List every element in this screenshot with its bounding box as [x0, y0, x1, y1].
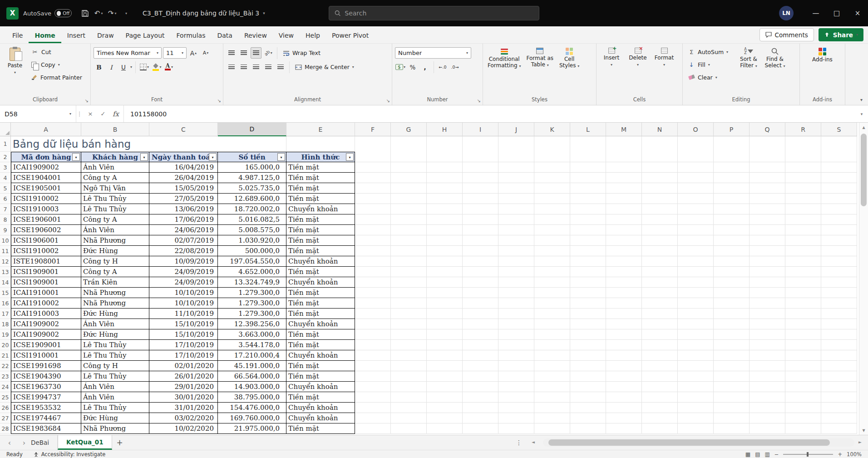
empty-cell[interactable]	[642, 183, 678, 194]
row-number-7[interactable]: 7	[0, 204, 11, 214]
empty-cell[interactable]	[821, 194, 857, 204]
data-cell[interactable]: Chuyển khoản	[286, 382, 355, 392]
data-cell[interactable]: ICAI1910002	[11, 298, 81, 309]
empty-cell[interactable]	[498, 235, 534, 246]
empty-cell[interactable]	[355, 413, 391, 423]
empty-cell[interactable]	[355, 152, 391, 162]
data-cell[interactable]: 45.191.000,0	[218, 361, 286, 371]
empty-cell[interactable]	[534, 309, 570, 319]
new-sheet-button[interactable]: +	[112, 438, 128, 447]
orientation-button[interactable]: ab▾	[263, 47, 274, 59]
percent-style-button[interactable]: %	[407, 61, 418, 73]
empty-cell[interactable]	[714, 329, 750, 340]
column-header-N[interactable]: N	[642, 123, 678, 136]
data-cell[interactable]: Lê Thu Thủy	[81, 371, 149, 382]
data-cell[interactable]: 66.564.000,0	[218, 371, 286, 382]
empty-cell[interactable]	[821, 309, 857, 319]
empty-cell[interactable]	[355, 256, 391, 267]
data-cell[interactable]: 12.689.600,0	[218, 194, 286, 204]
data-cell[interactable]: ICSE1904390	[11, 371, 81, 382]
empty-cell[interactable]	[391, 194, 427, 204]
empty-cell[interactable]	[355, 136, 391, 152]
empty-cell[interactable]	[714, 298, 750, 309]
data-cell[interactable]: Chuyển khoản	[286, 350, 355, 361]
empty-cell[interactable]	[750, 329, 785, 340]
data-cell[interactable]: 26/04/2019	[149, 173, 218, 183]
data-cell[interactable]: Tiền mặt	[286, 288, 355, 298]
empty-cell[interactable]	[463, 288, 498, 298]
empty-cell[interactable]	[678, 392, 714, 403]
empty-cell[interactable]	[355, 298, 391, 309]
empty-cell[interactable]	[642, 382, 678, 392]
insert-function-button[interactable]: fx	[110, 108, 122, 120]
empty-cell[interactable]	[355, 214, 391, 225]
empty-cell[interactable]	[427, 225, 463, 235]
empty-cell[interactable]	[570, 350, 606, 361]
sheet-nav-left-icon[interactable]: ‹	[3, 438, 16, 447]
empty-cell[interactable]	[570, 361, 606, 371]
empty-cell[interactable]	[714, 136, 750, 152]
clear-button[interactable]: Clear▾	[686, 71, 735, 83]
empty-cell[interactable]	[714, 277, 750, 288]
empty-cell[interactable]	[570, 136, 606, 152]
empty-cell[interactable]	[606, 173, 642, 183]
empty-cell[interactable]	[498, 298, 534, 309]
empty-cell[interactable]	[714, 235, 750, 246]
empty-cell[interactable]	[678, 152, 714, 162]
empty-cell[interactable]	[678, 225, 714, 235]
data-cell[interactable]: ICSI1910002	[11, 194, 81, 204]
empty-cell[interactable]	[714, 423, 750, 434]
empty-cell[interactable]	[570, 214, 606, 225]
empty-cell[interactable]	[355, 246, 391, 256]
row-number-19[interactable]: 19	[0, 329, 11, 340]
data-cell[interactable]: Tiền mặt	[286, 392, 355, 403]
empty-cell[interactable]	[714, 267, 750, 277]
empty-cell[interactable]	[427, 235, 463, 246]
empty-cell[interactable]	[821, 350, 857, 361]
data-cell[interactable]: 38.795.000,0	[218, 392, 286, 403]
minimize-button[interactable]: —	[805, 0, 826, 26]
empty-cell[interactable]	[570, 340, 606, 350]
data-cell[interactable]: Công ty A	[81, 173, 149, 183]
empty-cell[interactable]	[606, 204, 642, 214]
dialog-launcher-icon[interactable]: ↘	[386, 99, 390, 103]
empty-cell[interactable]	[642, 413, 678, 423]
data-cell[interactable]: Công ty H	[81, 361, 149, 371]
close-button[interactable]: ×	[847, 0, 868, 26]
data-cell[interactable]: Lê Thu Thủy	[81, 194, 149, 204]
ribbon-tab-page-layout[interactable]: Page Layout	[120, 28, 171, 43]
empty-cell[interactable]	[498, 173, 534, 183]
conditional-formatting-button[interactable]: ConditionalFormatting ▾	[486, 46, 523, 69]
empty-cell[interactable]	[821, 183, 857, 194]
empty-cell[interactable]	[463, 204, 498, 214]
comments-button[interactable]: Comments	[760, 28, 814, 41]
data-cell[interactable]: 197.054.550,0	[218, 256, 286, 267]
empty-cell[interactable]	[355, 340, 391, 350]
data-cell[interactable]: Ánh Viên	[81, 392, 149, 403]
empty-cell[interactable]	[785, 298, 821, 309]
ribbon-tab-file[interactable]: File	[6, 28, 29, 43]
empty-cell[interactable]	[427, 267, 463, 277]
empty-cell[interactable]	[785, 214, 821, 225]
data-cell[interactable]: ICSE1906002	[11, 225, 81, 235]
data-cell[interactable]: 11/10/2019	[149, 309, 218, 319]
empty-cell[interactable]	[534, 214, 570, 225]
empty-cell[interactable]	[570, 183, 606, 194]
data-cell[interactable]: ICSI1910001	[11, 350, 81, 361]
autosave-toggle[interactable]: AutoSave Off	[23, 9, 72, 17]
empty-cell[interactable]	[821, 329, 857, 340]
empty-cell[interactable]	[642, 162, 678, 173]
data-cell[interactable]: Tiền mặt	[286, 361, 355, 371]
data-cell[interactable]: Tiền mặt	[286, 162, 355, 173]
empty-cell[interactable]	[678, 136, 714, 152]
empty-cell[interactable]	[785, 392, 821, 403]
data-cell[interactable]: Tiền mặt	[286, 267, 355, 277]
empty-cell[interactable]	[534, 340, 570, 350]
empty-cell[interactable]	[606, 298, 642, 309]
data-cell[interactable]: Tiền mặt	[286, 340, 355, 350]
save-button[interactable]	[78, 6, 92, 20]
empty-cell[interactable]	[427, 288, 463, 298]
data-cell[interactable]: ICSE1994737	[11, 392, 81, 403]
empty-cell[interactable]	[642, 298, 678, 309]
empty-cell[interactable]	[606, 183, 642, 194]
